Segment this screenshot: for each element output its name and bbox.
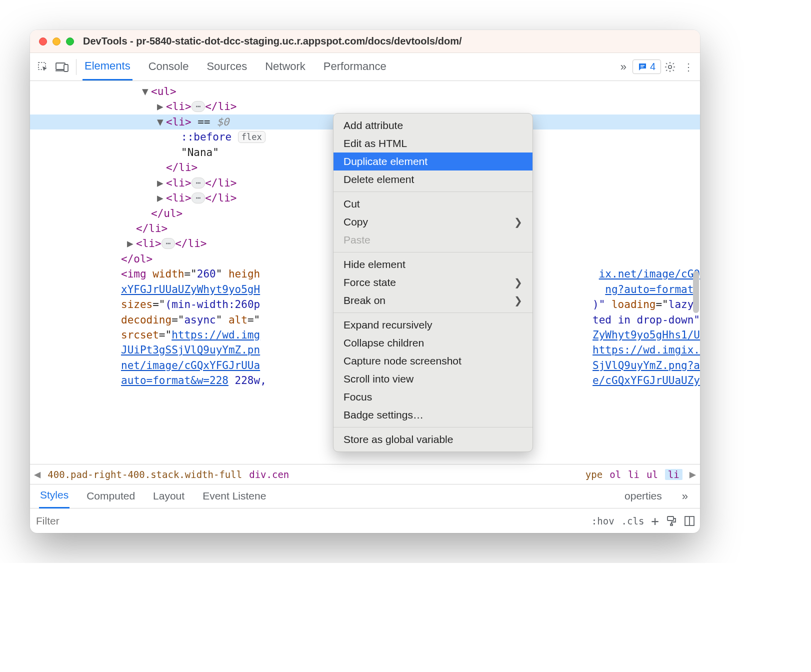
new-style-rule-icon[interactable]: + xyxy=(651,514,659,528)
tab-layout[interactable]: Layout xyxy=(152,485,186,508)
settings-icon[interactable] xyxy=(664,61,678,73)
context-menu-item[interactable]: Break on❯ xyxy=(334,292,532,310)
maximize-window-icon[interactable] xyxy=(66,38,74,46)
window-controls xyxy=(39,38,74,46)
styles-filter-bar: :hov .cls + xyxy=(30,508,700,533)
more-options-icon[interactable]: ⋮ xyxy=(681,61,695,73)
ellipsis-icon: ⋯ xyxy=(162,238,176,249)
context-menu-item[interactable]: Delete element xyxy=(334,170,532,188)
context-menu-item[interactable]: Store as global variable xyxy=(334,430,532,448)
ellipsis-icon: ⋯ xyxy=(192,101,206,112)
context-menu-label: Break on xyxy=(344,294,386,306)
tab-console[interactable]: Console xyxy=(146,54,191,80)
tab-performance[interactable]: Performance xyxy=(322,54,388,80)
titlebar: DevTools - pr-5840-static-dot-dcc-stagin… xyxy=(30,30,700,53)
more-sidebar-tabs-icon[interactable]: » xyxy=(679,490,691,503)
inspect-element-icon[interactable] xyxy=(35,59,51,75)
tab-network[interactable]: Network xyxy=(263,54,308,80)
ellipsis-icon: ⋯ xyxy=(192,178,206,188)
flex-badge[interactable]: flex xyxy=(238,131,266,143)
context-menu: Add attributeEdit as HTMLDuplicate eleme… xyxy=(333,113,533,452)
context-menu-item[interactable]: Collapse children xyxy=(334,334,532,352)
chat-icon xyxy=(638,62,647,72)
window-title: DevTools - pr-5840-static-dot-dcc-stagin… xyxy=(83,36,462,47)
context-menu-separator xyxy=(334,252,532,252)
context-menu-separator xyxy=(334,192,532,192)
breadcrumb-item[interactable]: li xyxy=(628,469,640,480)
breadcrumb-item[interactable]: 400.pad-right-400.stack.width-full xyxy=(48,469,242,480)
breadcrumb-left-icon[interactable]: ◀ xyxy=(34,468,40,480)
styles-tabs: Styles Computed Layout Event Listene ope… xyxy=(30,484,700,508)
tab-event-listeners[interactable]: Event Listene xyxy=(202,485,267,508)
chevron-right-icon: ❯ xyxy=(514,276,522,288)
cls-toggle[interactable]: .cls xyxy=(622,516,644,526)
issues-badge[interactable]: 4 xyxy=(632,60,661,74)
minimize-window-icon[interactable] xyxy=(52,38,60,46)
context-menu-label: Hide element xyxy=(344,258,406,270)
breadcrumb-item[interactable]: ype xyxy=(586,469,602,480)
svg-rect-8 xyxy=(670,524,672,526)
context-menu-label: Capture node screenshot xyxy=(344,355,462,367)
main-toolbar: Elements Console Sources Network Perform… xyxy=(30,53,700,81)
context-menu-item[interactable]: Edit as HTML xyxy=(334,134,532,152)
context-menu-label: Edit as HTML xyxy=(344,138,407,150)
context-menu-label: Duplicate element xyxy=(344,156,428,168)
breadcrumb[interactable]: ◀ 400.pad-right-400.stack.width-full div… xyxy=(30,464,700,484)
breadcrumb-right-icon[interactable]: ▶ xyxy=(690,468,696,480)
device-toolbar-icon[interactable] xyxy=(54,59,70,75)
tab-styles[interactable]: Styles xyxy=(39,484,70,508)
context-menu-label: Scroll into view xyxy=(344,373,414,385)
tab-elements[interactable]: Elements xyxy=(82,54,132,80)
context-menu-item[interactable]: Copy❯ xyxy=(334,213,532,231)
context-menu-item[interactable]: Scroll into view xyxy=(334,370,532,388)
context-menu-label: Cut xyxy=(344,198,360,210)
tab-computed[interactable]: Computed xyxy=(86,485,136,508)
more-tabs-icon[interactable]: » xyxy=(618,60,630,74)
context-menu-separator xyxy=(334,312,532,313)
hov-toggle[interactable]: :hov xyxy=(592,516,614,526)
svg-point-6 xyxy=(668,65,672,68)
breadcrumb-item-selected[interactable]: li xyxy=(665,469,682,480)
context-menu-item[interactable]: Badge settings… xyxy=(334,406,532,424)
paint-icon[interactable] xyxy=(666,516,677,526)
breadcrumb-item[interactable]: ol xyxy=(610,469,621,480)
tab-properties[interactable]: operties xyxy=(624,485,663,508)
context-menu-item: Paste xyxy=(334,231,532,249)
context-menu-separator xyxy=(334,427,532,428)
svg-rect-7 xyxy=(668,516,674,520)
breadcrumb-item[interactable]: div.cen xyxy=(249,469,289,480)
context-menu-item[interactable]: Cut xyxy=(334,195,532,213)
context-menu-item[interactable]: Force state❯ xyxy=(334,274,532,292)
context-menu-label: Focus xyxy=(344,391,372,403)
context-menu-item[interactable]: Duplicate element xyxy=(334,152,532,170)
context-menu-item[interactable]: Hide element xyxy=(334,256,532,274)
svg-rect-3 xyxy=(64,64,68,72)
context-menu-label: Badge settings… xyxy=(344,409,424,421)
context-menu-item[interactable]: Expand recursively xyxy=(334,316,532,334)
close-window-icon[interactable] xyxy=(39,38,47,46)
devtools-window: DevTools - pr-5840-static-dot-dcc-stagin… xyxy=(30,30,700,533)
context-menu-item[interactable]: Focus xyxy=(334,388,532,406)
separator xyxy=(76,59,76,75)
context-menu-label: Paste xyxy=(344,234,370,246)
context-menu-item[interactable]: Add attribute xyxy=(334,116,532,134)
computed-panel-icon[interactable] xyxy=(684,516,695,526)
panel-tabs: Elements Console Sources Network Perform… xyxy=(82,54,614,80)
breadcrumb-item[interactable]: ul xyxy=(646,469,658,480)
issues-count: 4 xyxy=(650,61,656,72)
context-menu-label: Delete element xyxy=(344,174,414,186)
scrollbar-thumb[interactable] xyxy=(693,271,699,313)
tab-sources[interactable]: Sources xyxy=(204,54,249,80)
context-menu-label: Collapse children xyxy=(344,337,424,349)
svg-rect-4 xyxy=(640,65,644,66)
context-menu-label: Force state xyxy=(344,276,396,288)
context-menu-item[interactable]: Capture node screenshot xyxy=(334,352,532,370)
chevron-right-icon: ❯ xyxy=(514,216,522,228)
ellipsis-icon: ⋯ xyxy=(192,192,206,204)
chevron-right-icon: ❯ xyxy=(514,294,522,306)
svg-rect-5 xyxy=(640,66,644,68)
filter-input[interactable] xyxy=(35,513,592,529)
context-menu-label: Add attribute xyxy=(344,120,403,132)
context-menu-label: Store as global variable xyxy=(344,434,453,446)
context-menu-label: Copy xyxy=(344,216,368,228)
